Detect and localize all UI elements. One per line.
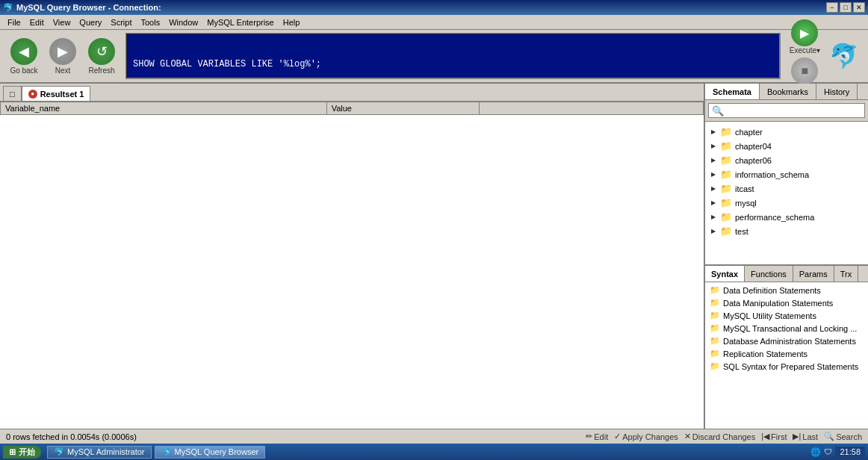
first-button[interactable]: |◀ First (761, 432, 787, 441)
toolbar: ◀ Go back ▶ Next ↺ Refresh SHOW GLOBAL V… (0, 30, 868, 84)
menu-item-file[interactable]: File (3, 16, 25, 28)
taskbar-network-icon: 🌐 (810, 447, 821, 457)
menu-item-help[interactable]: Help (279, 16, 305, 28)
menu-item-window[interactable]: Window (164, 16, 202, 28)
menu-bar: FileEditViewQueryScriptToolsWindowMySQL … (0, 15, 868, 30)
new-tab-button[interactable]: □ (3, 86, 22, 101)
title-bar-controls[interactable]: − □ ✕ (826, 2, 865, 13)
discard-changes-button[interactable]: ✕ Discard Changes (684, 432, 755, 441)
tree-arrow-icon: ▶ (711, 157, 717, 164)
tree-item-chapter04[interactable]: ▶ 📁 chapter04 (705, 139, 868, 153)
execute-label: Execute▾ (790, 46, 820, 55)
tree-arrow-icon: ▶ (711, 228, 717, 234)
schema-search-input[interactable] (708, 103, 865, 118)
title-bar: 🐬 MySQL Query Browser - Connection: − □ … (0, 0, 868, 15)
syntax-item[interactable]: 📁 Data Definition Statements (705, 284, 868, 296)
query-editor[interactable]: SHOW GLOBAL VARIABLES LIKE '%log%'; SHOW… (126, 34, 780, 78)
syntax-item[interactable]: 📁 Replication Statements (705, 347, 868, 360)
tree-arrow-icon: ▶ (711, 199, 717, 206)
taskbar-item-mysql-administrator[interactable]: 🐬 MySQL Administrator (47, 446, 152, 459)
start-label: 开始 (19, 447, 35, 458)
go-back-label: Go back (10, 66, 37, 75)
folder-icon: 📁 (720, 226, 732, 237)
syntax-item-label: Data Definition Statements (723, 286, 821, 295)
execute-button[interactable]: ▶ Execute▾ (790, 19, 820, 55)
tab-params[interactable]: Params (793, 266, 834, 282)
syntax-panel: Syntax Functions Params Trx 📁 Data Defin… (705, 264, 868, 429)
tree-item-label: mysql (735, 199, 757, 208)
menu-item-script[interactable]: Script (106, 16, 136, 28)
tab-trx[interactable]: Trx (834, 266, 858, 282)
edit-button[interactable]: ✏ Edit (586, 432, 608, 441)
tab-history[interactable]: History (816, 84, 858, 99)
maximize-button[interactable]: □ (840, 2, 852, 13)
query-wrapper: SHOW GLOBAL VARIABLES LIKE '%log%'; SHOW… (125, 33, 781, 79)
folder-icon: 📁 (720, 126, 732, 137)
taskbar: ⊞ 开始 🐬 MySQL Administrator🐬 MySQL Query … (0, 444, 868, 460)
tab-functions[interactable]: Functions (745, 266, 793, 282)
menu-item-query[interactable]: Query (75, 16, 106, 28)
stop-icon: ■ (791, 58, 818, 84)
tree-item-mysql[interactable]: ▶ 📁 mysql (705, 196, 868, 210)
results-table[interactable]: Variable_name Value (0, 102, 704, 429)
tree-item-itcast[interactable]: ▶ 📁 itcast (705, 181, 868, 196)
col-empty (480, 102, 704, 115)
left-panel: □ ● Resultset 1 Variable_name Value (0, 84, 705, 429)
tree-item-label: chapter06 (735, 156, 772, 165)
taskbar-shield-icon: 🛡 (824, 447, 832, 456)
tree-item-label: information_schema (735, 170, 809, 179)
execute-icon: ▶ (791, 19, 818, 46)
col-value: Value (326, 102, 479, 115)
new-tab-icon: □ (10, 90, 15, 99)
tab-syntax[interactable]: Syntax (705, 266, 745, 282)
syntax-item-label: SQL Syntax for Prepared Statements (723, 362, 858, 371)
status-actions: ✏ Edit ✓ Apply Changes ✕ Discard Changes… (586, 432, 862, 441)
folder-icon: 📁 (720, 211, 732, 223)
menu-item-view[interactable]: View (49, 16, 75, 28)
schema-tabs: Schemata Bookmarks History (705, 84, 868, 100)
main-content: □ ● Resultset 1 Variable_name Value (0, 84, 868, 429)
taskbar-item-label: MySQL Query Browser (175, 447, 259, 456)
tree-item-chapter[interactable]: ▶ 📁 chapter (705, 125, 868, 139)
tree-item-chapter06[interactable]: ▶ 📁 chapter06 (705, 153, 868, 167)
minimize-button[interactable]: − (826, 2, 838, 13)
tab-schemata[interactable]: Schemata (705, 84, 760, 99)
tree-item-label: itcast (735, 184, 754, 193)
syntax-item[interactable]: 📁 MySQL Utility Statements (705, 309, 868, 322)
last-button[interactable]: ▶| Last (793, 432, 818, 441)
mysql-icon-area: 🐬 (826, 42, 862, 70)
tree-item-test[interactable]: ▶ 📁 test (705, 224, 868, 238)
go-back-button[interactable]: ◀ Go back (6, 37, 42, 76)
start-button[interactable]: ⊞ 开始 (3, 446, 41, 459)
tree-item-performance_schema[interactable]: ▶ 📁 performance_schema (705, 210, 868, 224)
mysql-logo-icon: 🐬 (829, 42, 859, 70)
syntax-item[interactable]: 📁 MySQL Transactional and Locking ... (705, 322, 868, 335)
folder-icon: 📁 (720, 197, 732, 208)
syntax-item[interactable]: 📁 Database Administration Statements (705, 335, 868, 347)
menu-item-edit[interactable]: Edit (25, 16, 49, 28)
close-button[interactable]: ✕ (853, 2, 865, 13)
next-button[interactable]: ▶ Next (45, 37, 81, 76)
resultset-tab[interactable]: ● Resultset 1 (22, 86, 91, 101)
taskbar-right: 🌐 🛡 21:58 (810, 447, 865, 457)
folder-icon: 📁 (720, 140, 732, 152)
syntax-tabs: Syntax Functions Params Trx (705, 266, 868, 282)
search-button[interactable]: 🔍 Search (824, 432, 862, 441)
tree-item-information_schema[interactable]: ▶ 📁 information_schema (705, 167, 868, 181)
taskbar-item-mysql-query-browser[interactable]: 🐬 MySQL Query Browser (155, 446, 266, 459)
data-table: Variable_name Value (0, 102, 704, 115)
syntax-item-label: Replication Statements (723, 349, 807, 358)
query-line1[interactable]: SHOW GLOBAL VARIABLES LIKE '%log%'; (133, 58, 773, 70)
taskbar-clock: 21:58 (835, 447, 865, 457)
syntax-item[interactable]: 📁 Data Manipulation Statements (705, 296, 868, 309)
next-label: Next (55, 66, 71, 75)
tab-close-button[interactable]: ● (28, 90, 37, 99)
apply-changes-button[interactable]: ✓ Apply Changes (614, 432, 678, 441)
menu-item-tools[interactable]: Tools (136, 16, 164, 28)
tab-bookmarks[interactable]: Bookmarks (760, 84, 816, 99)
menu-item-mysql-enterprise[interactable]: MySQL Enterprise (202, 16, 278, 28)
title-bar-left: 🐬 MySQL Query Browser - Connection: (3, 3, 161, 13)
syntax-item[interactable]: 📁 SQL Syntax for Prepared Statements (705, 360, 868, 373)
tree-arrow-icon: ▶ (711, 128, 717, 135)
refresh-button[interactable]: ↺ Refresh (84, 37, 120, 76)
